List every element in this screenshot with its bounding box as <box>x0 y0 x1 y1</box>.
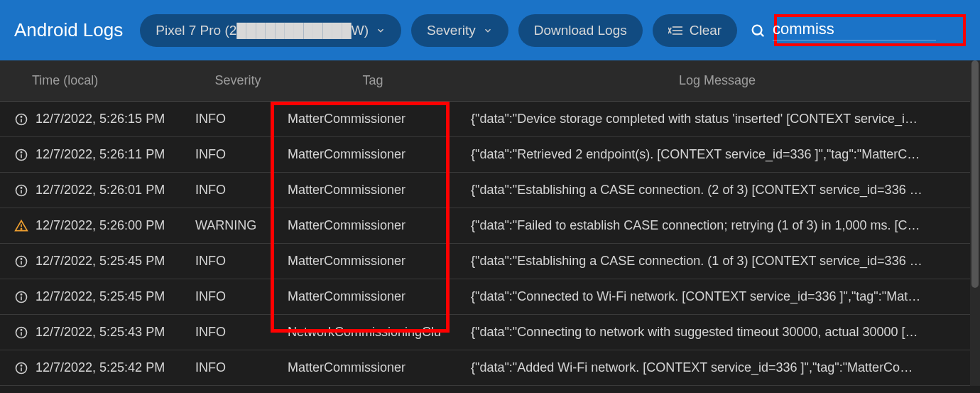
log-time: 12/7/2022, 5:26:01 PM <box>36 183 195 198</box>
svg-point-17 <box>21 228 21 229</box>
log-time: 12/7/2022, 5:25:43 PM <box>36 325 195 340</box>
svg-point-26 <box>21 329 21 330</box>
svg-point-20 <box>21 258 21 259</box>
log-message: {"data":"Device storage completed with s… <box>471 112 973 126</box>
log-time: 12/7/2022, 5:25:45 PM <box>36 289 195 304</box>
clear-list-icon <box>668 26 682 36</box>
log-time: 12/7/2022, 5:25:45 PM <box>36 254 195 269</box>
warning-icon <box>7 219 36 233</box>
column-tag: Tag <box>284 73 462 88</box>
log-severity: INFO <box>195 112 288 126</box>
table-row[interactable]: 12/7/2022, 5:25:43 PMINFONetworkCommissi… <box>0 315 980 350</box>
info-icon <box>7 183 36 198</box>
log-tag: MatterCommissioner <box>288 254 471 269</box>
table-header: Time (local) Severity Tag Log Message <box>0 60 980 102</box>
log-tag: MatterCommissioner <box>288 360 471 375</box>
table-row[interactable]: 12/7/2022, 5:26:01 PMINFOMatterCommissio… <box>0 173 980 208</box>
device-selector[interactable]: Pixel 7 Pro (2████████████W) <box>140 14 401 47</box>
log-message: {"data":"Retrieved 2 endpoint(s). [CONTE… <box>471 147 973 162</box>
svg-point-9 <box>21 116 21 117</box>
page-title: Android Logs <box>14 19 123 41</box>
info-icon <box>7 290 36 304</box>
log-tag: MatterCommissioner <box>288 183 471 198</box>
scrollbar[interactable] <box>970 60 980 386</box>
log-tag: MatterCommissioner <box>288 147 471 162</box>
severity-label: Severity <box>427 23 476 38</box>
column-time: Time (local) <box>7 73 192 88</box>
log-time: 12/7/2022, 5:25:42 PM <box>36 360 195 375</box>
svg-point-29 <box>21 365 21 365</box>
table-row[interactable]: 12/7/2022, 5:26:11 PMINFOMatterCommissio… <box>0 137 980 173</box>
column-severity: Severity <box>192 73 284 88</box>
chevron-down-icon <box>376 26 386 36</box>
table-row[interactable]: 12/7/2022, 5:25:45 PMINFOMatterCommissio… <box>0 279 980 315</box>
log-message: {"data":"Connected to Wi-Fi network. [CO… <box>471 289 973 304</box>
clear-button[interactable]: Clear <box>653 14 737 47</box>
log-time: 12/7/2022, 5:26:11 PM <box>36 147 195 162</box>
log-severity: INFO <box>195 289 288 304</box>
log-message: {"data":"Failed to establish CASE connec… <box>471 218 973 233</box>
log-severity: INFO <box>195 325 288 340</box>
info-icon <box>7 325 36 340</box>
svg-point-5 <box>753 25 762 34</box>
svg-point-12 <box>21 151 21 152</box>
svg-line-6 <box>761 33 764 36</box>
chevron-down-icon <box>483 26 493 36</box>
device-label: Pixel 7 Pro (2████████████W) <box>156 23 369 38</box>
column-message: Log Message <box>462 73 973 88</box>
info-icon <box>7 254 36 269</box>
log-severity: WARNING <box>195 218 288 233</box>
table-row[interactable]: 12/7/2022, 5:26:00 PMWARNINGMatterCommis… <box>0 208 980 244</box>
search-input[interactable] <box>773 20 936 41</box>
search-icon <box>750 23 766 38</box>
table-row[interactable]: 12/7/2022, 5:25:45 PMINFOMatterCommissio… <box>0 244 980 279</box>
table-row[interactable]: 12/7/2022, 5:25:42 PMINFOMatterCommissio… <box>0 350 980 386</box>
log-message: {"data":"Establishing a CASE connection.… <box>471 254 973 269</box>
table-row[interactable]: 12/7/2022, 5:26:15 PMINFOMatterCommissio… <box>0 102 980 137</box>
search-container <box>774 14 966 46</box>
log-message: {"data":"Establishing a CASE connection.… <box>471 183 973 198</box>
log-tag: MatterCommissioner <box>288 289 471 304</box>
log-severity: INFO <box>195 360 288 375</box>
log-severity: INFO <box>195 254 288 269</box>
log-tag: NetworkCommissioningClu <box>288 325 471 340</box>
log-message: {"data":"Added Wi-Fi network. [CONTEXT s… <box>471 360 973 375</box>
log-tag: MatterCommissioner <box>288 218 471 233</box>
info-icon <box>7 112 36 126</box>
svg-point-15 <box>21 187 21 188</box>
log-message: {"data":"Connecting to network with sugg… <box>471 325 973 340</box>
log-rows-container: 12/7/2022, 5:26:15 PMINFOMatterCommissio… <box>0 102 980 386</box>
header-bar: Android Logs Pixel 7 Pro (2████████████W… <box>0 0 980 60</box>
log-severity: INFO <box>195 147 288 162</box>
download-logs-button[interactable]: Download Logs <box>518 14 643 47</box>
scroll-thumb[interactable] <box>971 60 979 288</box>
log-time: 12/7/2022, 5:26:15 PM <box>36 112 195 126</box>
severity-filter[interactable]: Severity <box>411 14 508 47</box>
svg-point-23 <box>21 294 21 294</box>
info-icon <box>7 148 36 162</box>
log-severity: INFO <box>195 183 288 198</box>
info-icon <box>7 361 36 375</box>
log-tag: MatterCommissioner <box>288 112 471 126</box>
log-time: 12/7/2022, 5:26:00 PM <box>36 218 195 233</box>
